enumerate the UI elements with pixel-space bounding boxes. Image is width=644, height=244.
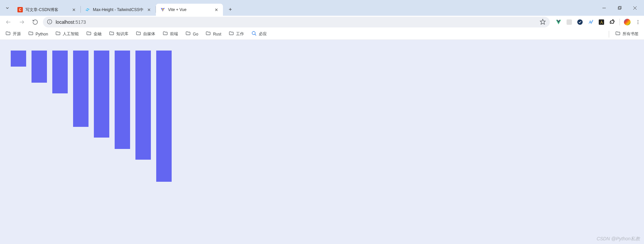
bookmark-label: Go (193, 32, 198, 36)
bookmark-folder-python[interactable]: Python (27, 29, 49, 38)
chart-bar (11, 51, 26, 67)
all-bookmarks-button[interactable]: 所有书签 (614, 29, 640, 38)
svg-point-11 (50, 21, 50, 21)
svg-rect-3 (618, 7, 620, 9)
chart-bar (94, 51, 109, 138)
watermark-text: CSDN @Python私教 (597, 236, 640, 242)
bookmark-folder-finance[interactable]: 金融 (85, 29, 103, 38)
close-icon[interactable]: ✕ (146, 7, 152, 12)
chart-bar (52, 51, 68, 93)
bookmarks-separator (609, 31, 609, 37)
tab-title: Vite + Vue (168, 7, 211, 12)
bookmark-label: 必应 (259, 31, 267, 37)
folder-icon (86, 31, 92, 37)
bookmark-folder-media[interactable]: 自媒体 (134, 29, 157, 38)
tabs-dropdown-button[interactable] (1, 2, 13, 14)
bookmark-label: 知识库 (116, 31, 128, 37)
svg-point-16 (252, 31, 255, 34)
vite-icon (160, 7, 165, 12)
minimize-button[interactable] (596, 3, 612, 13)
extensions-area: 人 (552, 19, 641, 25)
tab-title: Max-Height - TailwindCSS中 (93, 7, 143, 13)
svg-marker-12 (540, 19, 545, 24)
folder-icon (55, 31, 61, 37)
chart-bar (115, 51, 130, 149)
extension-icon-1[interactable] (566, 19, 573, 25)
all-bookmarks-label: 所有书签 (623, 31, 639, 37)
svg-line-17 (255, 34, 256, 35)
bookmark-bing[interactable]: 必应 (250, 29, 268, 38)
extension-icon-3[interactable] (587, 19, 594, 25)
folder-icon (136, 31, 141, 37)
bookmark-folder-opensource[interactable]: 开源 (4, 29, 22, 38)
tab-title: 写文章-CSDN博客 (25, 7, 68, 13)
bookmark-folder-ai[interactable]: 人工智能 (54, 29, 80, 38)
bar-chart (11, 51, 633, 182)
chart-bar (32, 51, 47, 83)
star-icon[interactable] (540, 19, 546, 26)
bookmark-label: 人工智能 (63, 31, 79, 37)
toolbar-separator (620, 19, 620, 25)
profile-avatar[interactable] (624, 19, 631, 25)
tab-strip-region: C 写文章-CSDN博客 ✕ Max-Height - TailwindCSS中… (0, 0, 644, 16)
bookmark-folder-work[interactable]: 工作 (227, 29, 245, 38)
bookmark-folder-go[interactable]: Go (184, 29, 199, 38)
close-icon[interactable]: ✕ (71, 7, 76, 12)
back-button[interactable] (3, 16, 14, 28)
extension-icon-4[interactable]: 人 (598, 19, 605, 25)
site-info-icon[interactable] (47, 19, 52, 25)
url-text: localhost:5173 (56, 19, 86, 25)
vue-devtools-icon[interactable] (555, 19, 562, 25)
folder-icon (229, 31, 234, 37)
page-content: CSDN @Python私教 (0, 40, 644, 244)
bookmark-folder-frontend[interactable]: 前端 (161, 29, 179, 38)
bookmarks-bar: 开源 Python 人工智能 金融 知识库 自媒体 前端 Go Rust 工作 … (0, 28, 644, 40)
folder-icon (185, 31, 191, 37)
window-controls (596, 3, 643, 13)
folder-icon (615, 31, 621, 37)
chart-bar (135, 51, 151, 160)
bookmark-label: 金融 (94, 31, 102, 37)
tab-strip: C 写文章-CSDN博客 ✕ Max-Height - TailwindCSS中… (13, 0, 596, 16)
new-tab-button[interactable] (226, 5, 235, 14)
folder-icon (206, 31, 211, 37)
svg-point-15 (638, 23, 638, 24)
tab-tailwind[interactable]: Max-Height - TailwindCSS中 ✕ (81, 4, 156, 16)
tab-vite-vue[interactable]: Vite + Vue ✕ (156, 4, 223, 16)
extensions-menu-icon[interactable] (609, 19, 616, 25)
folder-icon (109, 31, 114, 37)
svg-point-14 (638, 22, 638, 22)
bookmark-label: 开源 (13, 31, 21, 37)
csdn-icon: C (17, 7, 23, 12)
tab-csdn[interactable]: C 写文章-CSDN博客 ✕ (13, 4, 80, 16)
bookmark-label: 前端 (170, 31, 178, 37)
forward-button[interactable] (16, 16, 27, 28)
svg-rect-4 (619, 6, 621, 9)
bookmark-label: 自媒体 (143, 31, 155, 37)
maximize-button[interactable] (612, 3, 627, 13)
search-icon (251, 31, 257, 37)
tailwind-icon (85, 7, 90, 12)
bookmark-folder-knowledge[interactable]: 知识库 (108, 29, 130, 38)
chart-bar (73, 51, 89, 127)
bookmark-label: Python (36, 32, 48, 36)
folder-icon (163, 31, 168, 37)
bookmark-folder-rust[interactable]: Rust (204, 29, 223, 38)
folder-icon (5, 31, 11, 37)
extension-icon-2[interactable] (577, 19, 583, 25)
toolbar: localhost:5173 人 (0, 16, 644, 28)
bookmark-label: Rust (213, 32, 221, 36)
folder-icon (28, 31, 34, 37)
chart-bar (156, 51, 172, 182)
close-icon[interactable]: ✕ (214, 7, 219, 12)
close-window-button[interactable] (627, 3, 643, 13)
address-bar[interactable]: localhost:5173 (43, 17, 550, 27)
reload-button[interactable] (30, 16, 41, 28)
bookmark-label: 工作 (236, 31, 244, 37)
svg-point-13 (638, 20, 638, 21)
kebab-menu-icon[interactable] (635, 19, 641, 25)
